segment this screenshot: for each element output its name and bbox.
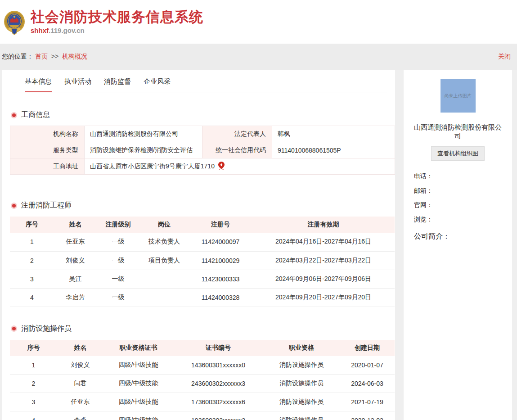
- table-header-row: 序号 姓名 注册级别 岗位 注册号 注册有效期: [10, 217, 395, 233]
- cell: [139, 288, 189, 307]
- brand-block: 社会消防技术服务信息系统 shhxf.119.gov.cn: [31, 9, 203, 34]
- table-row: 1 任亚东 一级 技术负责人 11424000097 2024年04月16日-2…: [10, 233, 395, 251]
- breadcrumb-bar: 您的位置： 首页 >> 机构概况 关闭: [0, 44, 517, 70]
- site-url-suffix: .119.gov.cn: [49, 27, 85, 34]
- breadcrumb: 您的位置： 首页 >> 机构概况: [2, 53, 87, 61]
- biz-value-credit-code: 91140100688061505P: [272, 142, 395, 158]
- email-field-label: 邮箱：: [414, 187, 512, 195]
- cell: 143600301xxxxxx0: [173, 356, 263, 375]
- tab-fire-supervision[interactable]: 消防监督: [104, 77, 131, 92]
- cell: 173600302xxxxxx6: [173, 393, 263, 411]
- bullet-dot-icon: [12, 204, 16, 208]
- cell: 任亚东: [54, 233, 97, 251]
- cell: 消防设施操作员: [263, 411, 340, 420]
- cell: 193600302xxxxxx3: [173, 411, 263, 420]
- location-pin-icon[interactable]: [218, 162, 225, 172]
- cell: 消防设施操作员: [263, 393, 340, 411]
- cell: 11421000029: [189, 251, 252, 270]
- sidebar: 尚未上传图片 山西通测消防检测股份有限公司 查看机构组织图 电话： 邮箱： 官网…: [404, 70, 512, 420]
- biz-label-legal-rep: 法定代表人: [202, 126, 272, 142]
- tab-basic-info[interactable]: 基本信息: [25, 77, 52, 92]
- table-row: 机构名称 山西通测消防检测股份有限公司 法定代表人 韩枫: [10, 126, 395, 142]
- biz-label-service-type: 服务类型: [10, 142, 85, 158]
- cell: 4: [10, 411, 57, 420]
- cell: 一级: [97, 288, 139, 307]
- business-info-table: 机构名称 山西通测消防检测股份有限公司 法定代表人 韩枫 服务类型 消防设施维护…: [10, 126, 395, 175]
- breadcrumb-label: 您的位置：: [2, 53, 33, 60]
- cell: 2020-01-07: [340, 356, 395, 375]
- view-org-chart-button[interactable]: 查看机构组织图: [431, 146, 485, 161]
- cell: 3: [10, 270, 54, 288]
- cell: 11423000333: [189, 270, 252, 288]
- col-header: 姓名: [57, 340, 103, 356]
- cell: 4: [10, 288, 54, 307]
- table-row: 3 任亚东 四级/中级技能 173600302xxxxxx6 消防设施操作员 2…: [10, 393, 395, 411]
- cell: 1: [10, 356, 57, 375]
- table-row: 4 李淼 四级/中级技能 193600302xxxxxx3 消防设施操作员 20…: [10, 411, 395, 420]
- site-header: 社会消防技术服务信息系统 shhxf.119.gov.cn: [0, 0, 517, 44]
- sidebar-info-fields: 电话： 邮箱： 官网： 浏览： 公司简介：: [404, 172, 512, 241]
- bullet-dot-icon: [12, 327, 16, 330]
- table-row: 1 刘俊义 四级/中级技能 143600301xxxxxx0 消防设施操作员 2…: [10, 356, 395, 375]
- biz-value-service-type: 消防设施维护保养检测/消防安全评估: [85, 142, 202, 158]
- col-header: 注册级别: [97, 217, 139, 233]
- table-row: 4 李启芳 一级 11424000328 2024年09月20日-2027年09…: [10, 288, 395, 307]
- cell: 四级/中级技能: [103, 393, 173, 411]
- site-url: shhxf.119.gov.cn: [31, 27, 203, 34]
- section-title-business-text: 工商信息: [21, 110, 50, 120]
- tab-practice-activity[interactable]: 执业活动: [64, 77, 91, 92]
- views-field-label: 浏览：: [414, 216, 512, 224]
- cell: 243600302xxxxxx3: [173, 375, 263, 393]
- company-logo-placeholder: 尚未上传图片: [441, 79, 476, 113]
- engineers-table: 序号 姓名 注册级别 岗位 注册号 注册有效期 1 任亚东 一级 技术负责人 1…: [10, 217, 395, 307]
- section-title-operators-text: 消防设施操作员: [21, 324, 72, 334]
- cell: 2020-12-02: [340, 411, 395, 420]
- cell: 刘俊义: [57, 356, 103, 375]
- bullet-dot-icon: [12, 113, 16, 117]
- col-header: 序号: [10, 217, 54, 233]
- section-title-engineers-text: 注册消防工程师: [21, 201, 72, 210]
- company-intro-label: 公司简介：: [414, 232, 512, 241]
- biz-label-org-name: 机构名称: [10, 126, 85, 142]
- placeholder-text: 尚未上传图片: [445, 93, 472, 99]
- cell: 一级: [97, 270, 139, 288]
- cell: 消防设施操作员: [263, 375, 340, 393]
- cell: 11424000328: [189, 288, 252, 307]
- table-row: 服务类型 消防设施维护保养检测/消防安全评估 统一社会信用代码 91140100…: [10, 142, 395, 158]
- phone-field-label: 电话：: [414, 172, 512, 181]
- col-header: 姓名: [54, 217, 97, 233]
- cell: 四级/中级技能: [103, 356, 173, 375]
- cell: [139, 270, 189, 288]
- close-link[interactable]: 关闭: [498, 53, 511, 61]
- cell: 2024年03月22日-2027年03月22日: [252, 251, 395, 270]
- site-title: 社会消防技术服务信息系统: [31, 9, 203, 25]
- cell: 3: [10, 393, 57, 411]
- cell: 四级/中级技能: [103, 375, 173, 393]
- cell: 李淼: [57, 411, 103, 420]
- cell: 四级/中级技能: [103, 411, 173, 420]
- breadcrumb-home-link[interactable]: 首页: [35, 53, 48, 60]
- sidebar-company-name: 山西通测消防检测股份有限公司: [412, 123, 504, 140]
- cell: 一级: [97, 251, 139, 270]
- operators-table: 序号 姓名 职业资格证书 证书编号 职业资格 创建日期 1 刘俊义 四级/中级技…: [10, 340, 395, 420]
- main-panel: 基本信息 执业活动 消防监督 企业风采 工商信息 机构名称 山西通测消防检测股份…: [2, 70, 395, 420]
- tab-company-profile[interactable]: 企业风采: [144, 77, 171, 92]
- table-row: 2 闫君 四级/中级技能 243600302xxxxxx3 消防设施操作员 20…: [10, 375, 395, 393]
- col-header: 职业资格证书: [103, 340, 173, 356]
- site-url-prefix: shhxf: [31, 27, 49, 34]
- cell: 刘俊义: [54, 251, 97, 270]
- col-header: 创建日期: [340, 340, 395, 356]
- website-field-label: 官网：: [414, 201, 512, 209]
- cell: 2021-07-19: [340, 393, 395, 411]
- fire-service-emblem-logo: [4, 10, 25, 36]
- table-row: 2 刘俊义 一级 项目负责人 11421000029 2024年03月22日-2…: [10, 251, 395, 270]
- cell: 2024年09月06日-2027年09月06日: [252, 270, 395, 288]
- cell: 2: [10, 251, 54, 270]
- cell: 2024年04月16日-2027年04月16日: [252, 233, 395, 251]
- biz-value-address: 山西省太原市小店区康宁街9号康宁大厦1710: [85, 158, 395, 175]
- breadcrumb-current-link[interactable]: 机构概况: [62, 53, 87, 60]
- biz-value-org-name: 山西通测消防检测股份有限公司: [85, 126, 202, 142]
- cell: 2: [10, 375, 57, 393]
- cell: 1: [10, 233, 54, 251]
- tab-bar: 基本信息 执业活动 消防监督 企业风采: [10, 70, 387, 92]
